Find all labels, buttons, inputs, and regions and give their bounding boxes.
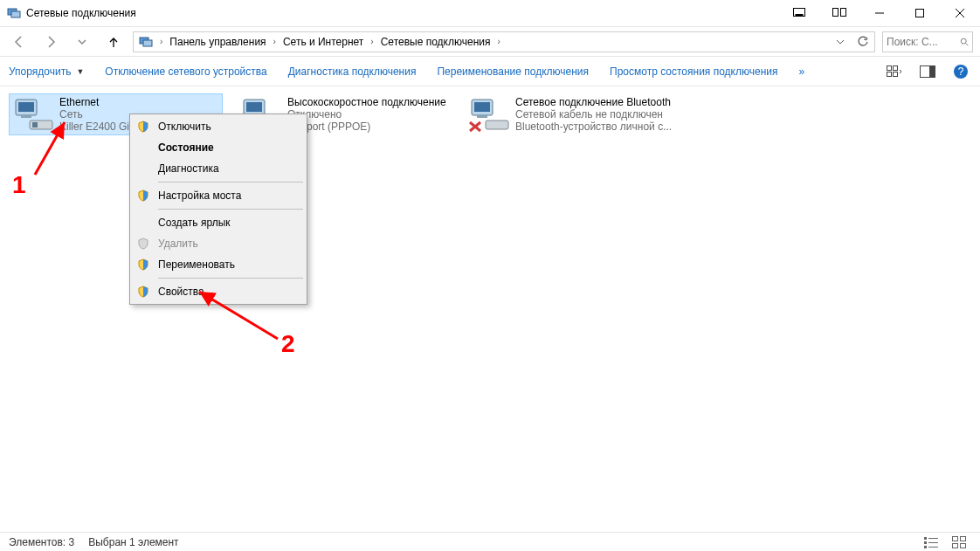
breadcrumb-item[interactable]: Сеть и Интернет — [280, 34, 367, 50]
svg-rect-44 — [924, 546, 927, 548]
connection-device: Miniport (PPPOE) — [287, 121, 446, 133]
ctx-label: Состояние — [158, 141, 298, 154]
menu-separator — [158, 278, 303, 279]
refresh-button[interactable] — [853, 36, 873, 48]
rename-button[interactable]: Переименование подключения — [435, 62, 590, 81]
view-status-button[interactable]: Просмотр состояния подключения — [608, 62, 779, 81]
ctx-rename[interactable]: Переименовать — [132, 254, 305, 275]
more-glyph: » — [799, 65, 805, 78]
ctx-bridge[interactable]: Настройка моста — [132, 185, 305, 206]
location-icon — [135, 33, 156, 51]
more-commands-button[interactable]: » — [797, 62, 807, 81]
nav-forward-button[interactable] — [38, 30, 63, 54]
search-icon — [960, 37, 969, 47]
search-box[interactable] — [882, 31, 973, 52]
command-bar: Упорядочить▼ Отключение сетевого устройс… — [0, 56, 980, 86]
context-menu: Отключить Состояние Диагностика Настройк… — [129, 114, 307, 305]
search-input[interactable] — [887, 36, 956, 48]
connection-name: Высокоскоростное подключение — [287, 96, 446, 108]
svg-rect-26 — [32, 122, 38, 127]
nav-recent-button[interactable] — [70, 30, 94, 54]
organize-button[interactable]: Упорядочить▼ — [7, 62, 86, 81]
nav-up-button[interactable] — [101, 30, 126, 54]
uac-shield-icon — [135, 121, 151, 133]
status-selected-count: Выбран 1 элемент — [88, 536, 178, 548]
svg-rect-24 — [21, 115, 31, 118]
svg-rect-23 — [18, 102, 34, 112]
uac-shield-icon — [135, 238, 151, 250]
ctx-diagnose[interactable]: Диагностика — [132, 158, 305, 179]
svg-rect-1 — [11, 11, 20, 17]
chevron-down-icon: ▼ — [76, 67, 84, 76]
breadcrumb-separator[interactable]: › — [497, 37, 500, 46]
breadcrumb-separator[interactable]: › — [273, 37, 276, 46]
diagnose-label: Диагностика подключения — [288, 65, 417, 78]
close-button[interactable] — [940, 0, 980, 26]
ctx-label: Свойства — [158, 286, 298, 298]
status-label: Просмотр состояния подключения — [610, 65, 777, 78]
disable-device-button[interactable]: Отключение сетевого устройства — [103, 62, 268, 81]
svg-rect-47 — [961, 536, 966, 541]
svg-text:?: ? — [958, 65, 964, 78]
svg-rect-42 — [924, 541, 927, 544]
svg-rect-7 — [916, 10, 924, 17]
svg-rect-35 — [486, 121, 508, 129]
disable-label: Отключение сетевого устройства — [105, 65, 266, 78]
menu-separator — [158, 209, 303, 210]
breadcrumb-item[interactable]: Панель управления — [166, 34, 269, 50]
breadcrumb-label: Сетевые подключения — [381, 36, 491, 48]
svg-rect-4 — [833, 9, 839, 17]
svg-rect-19 — [929, 65, 935, 77]
address-dropdown-button[interactable] — [831, 38, 850, 46]
nav-back-button[interactable] — [7, 30, 31, 54]
svg-rect-46 — [953, 536, 958, 541]
uac-shield-icon — [135, 286, 151, 298]
rename-label: Переименование подключения — [437, 65, 589, 78]
breadcrumb-item[interactable]: Сетевые подключения — [377, 34, 494, 50]
diagnose-button[interactable]: Диагностика подключения — [286, 62, 418, 81]
details-view-button[interactable] — [919, 530, 943, 552]
ctx-shortcut[interactable]: Создать ярлык — [132, 212, 305, 233]
svg-rect-41 — [928, 538, 938, 539]
status-bar: Элементов: 3 Выбран 1 элемент — [0, 532, 980, 551]
connection-device: Killer E2400 Gi... — [59, 121, 138, 133]
connection-status: Сетевой кабель не подключен — [515, 108, 672, 121]
svg-rect-28 — [246, 102, 262, 112]
preview-pane-button[interactable] — [915, 59, 940, 84]
connection-item-bluetooth[interactable]: Сетевое подключение Bluetooth Сетевой ка… — [465, 93, 679, 135]
network-adapter-icon — [12, 96, 54, 133]
svg-line-13 — [966, 43, 969, 45]
ctx-disconnect[interactable]: Отключить — [132, 116, 305, 137]
ctx-label: Переименовать — [158, 258, 298, 271]
breadcrumb-label: Сеть и Интернет — [283, 36, 363, 48]
connection-name: Ethernet — [59, 96, 138, 108]
nav-row: › Панель управления › Сеть и Интернет › … — [0, 26, 980, 56]
uac-shield-icon — [135, 189, 151, 202]
svg-rect-49 — [961, 543, 966, 548]
ctx-status[interactable]: Состояние — [132, 137, 305, 158]
view-options-button[interactable] — [882, 59, 907, 84]
maximize-button[interactable] — [900, 0, 940, 26]
svg-rect-45 — [928, 547, 938, 548]
help-button[interactable]: ? — [949, 59, 973, 84]
breadcrumb-separator[interactable]: › — [370, 37, 373, 46]
ctx-properties[interactable]: Свойства — [132, 281, 305, 302]
minimize-button[interactable] — [859, 0, 900, 26]
ctx-label: Создать ярлык — [158, 217, 298, 229]
app-icon — [7, 6, 21, 20]
svg-rect-34 — [477, 115, 487, 118]
uac-shield-icon — [135, 258, 151, 271]
status-item-count: Элементов: 3 — [9, 536, 74, 548]
address-bar[interactable]: › Панель управления › Сеть и Интернет › … — [133, 31, 875, 52]
ctx-label: Настройка моста — [158, 189, 298, 202]
title-bar: Сетевые подключения — [0, 0, 980, 26]
ctx-label: Диагностика — [158, 162, 298, 175]
connection-status: Сеть — [59, 108, 138, 121]
svg-rect-16 — [887, 72, 892, 76]
projector-icon[interactable] — [819, 0, 859, 26]
tablet-mode-icon[interactable] — [779, 0, 819, 26]
svg-rect-40 — [924, 537, 927, 540]
connection-name: Сетевое подключение Bluetooth — [515, 96, 672, 108]
breadcrumb-separator[interactable]: › — [160, 37, 162, 46]
large-icons-view-button[interactable] — [947, 530, 971, 552]
